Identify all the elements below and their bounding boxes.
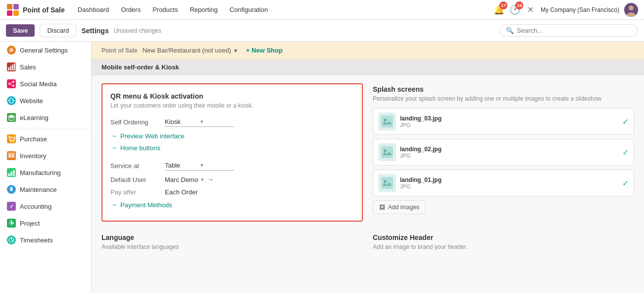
qr-kiosk-box: QR menu & Kiosk activation Let your cust…	[101, 83, 363, 222]
add-images-icon: 🖼	[379, 204, 385, 211]
pay-after-row: Pay after Each Order	[110, 188, 354, 196]
svg-point-6	[629, 5, 634, 10]
svg-rect-33	[8, 153, 15, 154]
default-user-dropdown[interactable]: ▾	[201, 176, 204, 183]
image-info-2: landing_01.jpg JPG	[400, 176, 618, 189]
service-at-select[interactable]: Table ▾	[165, 161, 234, 171]
svg-rect-15	[7, 79, 16, 88]
sidebar-item-accounting[interactable]: ✓ Accounting	[0, 198, 91, 215]
default-user-ext-link[interactable]: →	[207, 176, 214, 183]
spacer	[110, 156, 354, 161]
accounting-icon: ✓	[7, 202, 16, 211]
notification-clock[interactable]: 🕐 24	[509, 4, 520, 15]
pos-selector[interactable]: New Bar/Restaurant (not used) ▾	[143, 47, 237, 54]
svg-rect-32	[12, 155, 14, 157]
discard-button[interactable]: Discard	[40, 24, 76, 37]
image-info-0: landing_03.jpg JPG	[400, 115, 618, 128]
pos-dropdown-arrow[interactable]: ▾	[234, 47, 237, 54]
image-check-0: ✓	[622, 117, 629, 126]
preview-web-link[interactable]: Preview Web interface	[120, 132, 185, 140]
sidebar-item-inventory[interactable]: Inventory	[0, 147, 91, 164]
self-ordering-arrow: ▾	[200, 118, 234, 125]
svg-point-28	[13, 141, 14, 142]
company-name: My Company (San Francisco)	[541, 6, 619, 13]
top-nav-right: 🔔 17 🕐 24 ✕ My Company (San Francisco)	[494, 3, 638, 17]
save-button[interactable]: Save	[6, 24, 35, 37]
splash-desc: Personalize your splash screen by adding…	[373, 95, 634, 102]
preview-link-arrow: →	[110, 132, 117, 140]
sidebar-label-timesheets: Timesheets	[20, 236, 53, 244]
app-name: Point of Sale	[23, 6, 65, 14]
sidebar-item-elearning[interactable]: eLearning	[0, 109, 91, 126]
pay-after-value: Each Order	[165, 188, 198, 196]
sidebar-item-timesheets[interactable]: Timesheets	[0, 232, 91, 248]
add-images-button[interactable]: 🖼 Add images	[373, 200, 426, 214]
image-item-1: landing_02.jpg JPG ✓	[373, 139, 634, 166]
self-ordering-select[interactable]: Kiosk ▾	[165, 117, 234, 127]
new-shop-link[interactable]: + New Shop	[246, 47, 283, 54]
svg-point-17	[12, 81, 14, 83]
image-type-1: JPG	[400, 153, 618, 159]
content-inner: QR menu & Kiosk activation Let your cust…	[92, 75, 644, 260]
website-icon	[7, 96, 16, 105]
preview-link-row: → Preview Web interface	[110, 132, 354, 140]
avatar[interactable]	[624, 3, 638, 17]
svg-rect-3	[7, 10, 12, 16]
default-user-value: Marc Demo	[165, 176, 198, 183]
splash-screen-box: Splash screens Personalize your splash s…	[373, 83, 634, 222]
sales-icon	[7, 62, 16, 71]
sidebar-item-social-media[interactable]: Social Media	[0, 75, 91, 92]
nav-dashboard[interactable]: Dashboard	[73, 4, 114, 15]
general-settings-icon	[7, 46, 16, 55]
nav-orders[interactable]: Orders	[116, 4, 146, 15]
home-buttons-link[interactable]: Home buttons	[120, 144, 160, 152]
project-icon	[7, 219, 16, 228]
pay-after-label: Pay after	[110, 188, 160, 196]
svg-rect-47	[381, 116, 393, 127]
close-icon[interactable]: ✕	[525, 3, 536, 16]
sidebar-label-accounting: Accounting	[20, 203, 51, 210]
sidebar-item-purchase[interactable]: Purchase	[0, 130, 91, 147]
payment-methods-link[interactable]: Payment Methods	[120, 201, 172, 209]
social-media-icon	[7, 79, 16, 88]
svg-rect-2	[13, 4, 19, 9]
sidebar-label-purchase: Purchase	[20, 135, 47, 143]
svg-rect-36	[10, 172, 12, 176]
notification-bell[interactable]: 🔔 17	[494, 4, 504, 15]
image-thumb-2	[378, 174, 396, 192]
qr-desc: Let your customers order using their mob…	[110, 102, 354, 109]
svg-rect-1	[7, 4, 12, 9]
avatar-image	[624, 3, 638, 17]
svg-rect-14	[14, 63, 15, 70]
image-type-2: JPG	[400, 183, 618, 189]
sidebar-label-website: Website	[20, 97, 43, 105]
sidebar-label-sales: Sales	[20, 63, 36, 71]
service-at-arrow: ▾	[200, 162, 234, 169]
sidebar-item-sales[interactable]: Sales	[0, 59, 91, 75]
pos-banner-label: Point of Sale	[101, 47, 138, 54]
sidebar-item-website[interactable]: Website	[0, 92, 91, 109]
purchase-icon	[7, 134, 16, 143]
nav-configuration[interactable]: Configuration	[225, 4, 273, 15]
nav-reporting[interactable]: Reporting	[185, 4, 222, 15]
sidebar-label-social-media: Social Media	[20, 80, 56, 88]
pos-banner: Point of Sale New Bar/Restaurant (not us…	[92, 42, 644, 59]
maintenance-icon	[7, 185, 16, 194]
search-bar[interactable]: 🔍	[499, 24, 638, 37]
svg-rect-31	[9, 155, 11, 157]
language-box: Language Available interface languages	[101, 232, 363, 252]
search-input[interactable]	[517, 27, 632, 34]
image-info-1: landing_02.jpg JPG	[400, 146, 618, 159]
sidebar-item-project[interactable]: Project	[0, 215, 91, 232]
image-check-2: ✓	[622, 178, 629, 188]
default-user-control: Marc Demo ▾ →	[165, 176, 214, 183]
logo-icon	[6, 3, 20, 17]
sidebar-item-general-settings[interactable]: General Settings	[0, 42, 91, 59]
nav-products[interactable]: Products	[148, 4, 183, 15]
image-name-2: landing_01.jpg	[400, 176, 618, 183]
notif-count-2: 24	[515, 1, 523, 9]
sidebar-item-maintenance[interactable]: Maintenance	[0, 181, 91, 198]
app-logo[interactable]: Point of Sale	[6, 3, 65, 17]
sidebar-item-manufacturing[interactable]: Manufacturing	[0, 164, 91, 181]
sidebar-divider-1	[0, 128, 91, 128]
